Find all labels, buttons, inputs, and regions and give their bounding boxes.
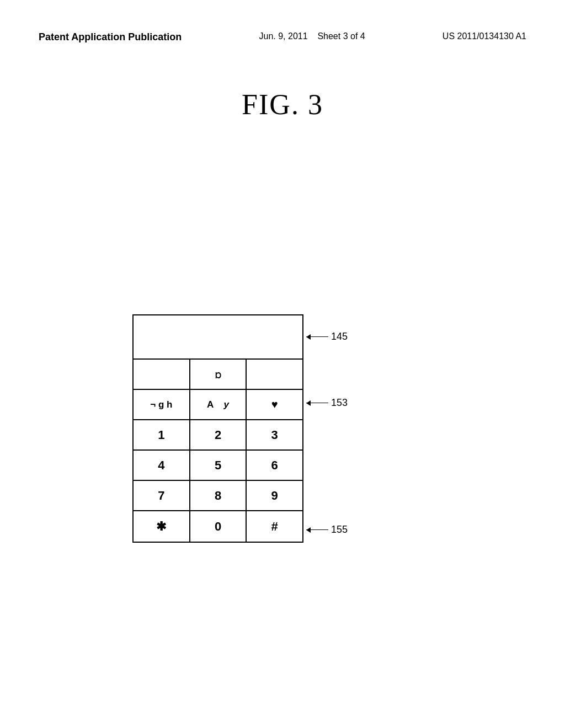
special-cell-alpha: A y bbox=[190, 390, 247, 419]
key-hash[interactable]: # bbox=[247, 511, 302, 542]
key-2[interactable]: 2 bbox=[190, 420, 247, 449]
label-153-text: 153 bbox=[331, 397, 348, 409]
special-cell-korean: ¬ g h bbox=[134, 390, 190, 419]
label-155: 155 bbox=[306, 524, 348, 536]
key-0[interactable]: 0 bbox=[190, 511, 247, 542]
label-145: 145 bbox=[306, 331, 348, 342]
header-center: Jun. 9, 2011 Sheet 3 of 4 bbox=[259, 30, 365, 42]
key-6[interactable]: 6 bbox=[247, 451, 302, 480]
header-right: US 2011/0134130 A1 bbox=[443, 30, 526, 42]
num-row-1: 1 2 3 bbox=[134, 420, 302, 451]
alpha-chars: A y bbox=[207, 399, 229, 410]
key-7[interactable]: 7 bbox=[134, 481, 190, 510]
label-153: 153 bbox=[306, 397, 348, 409]
key-5[interactable]: 5 bbox=[190, 451, 247, 480]
num-row-2: 4 5 6 bbox=[134, 451, 302, 481]
special-cell-heart: ♥ bbox=[247, 390, 302, 419]
heart-icon: ♥ bbox=[271, 398, 278, 411]
key-4[interactable]: 4 bbox=[134, 451, 190, 480]
date-label: Jun. 9, 2011 bbox=[259, 31, 308, 41]
key-1[interactable]: 1 bbox=[134, 420, 190, 449]
key-9[interactable]: 9 bbox=[247, 481, 302, 510]
special-row: ¬ g h A y ♥ bbox=[134, 390, 302, 420]
num-row-3: 7 8 9 bbox=[134, 481, 302, 511]
mode-symbol: ɒ bbox=[215, 368, 222, 381]
figure-title: FIG. 3 bbox=[0, 88, 565, 121]
capital-a: A bbox=[207, 399, 214, 410]
diagram-container: 145 153 155 ɒ bbox=[132, 314, 353, 543]
key-3[interactable]: 3 bbox=[247, 420, 302, 449]
sheet-label: Sheet 3 of 4 bbox=[317, 31, 365, 41]
mode-cell-right bbox=[247, 360, 302, 389]
mode-cell-center: ɒ bbox=[190, 360, 247, 389]
patent-publication-label: Patent Application Publication bbox=[39, 31, 182, 42]
header-left: Patent Application Publication bbox=[39, 30, 182, 44]
key-8[interactable]: 8 bbox=[190, 481, 247, 510]
display-area bbox=[134, 315, 302, 360]
keyboard-diagram: ɒ ¬ g h A y ♥ 1 bbox=[132, 314, 303, 543]
num-row-4: ✱ 0 # bbox=[134, 511, 302, 542]
label-155-text: 155 bbox=[331, 524, 348, 536]
korean-chars: ¬ g h bbox=[150, 399, 172, 410]
publication-number: US 2011/0134130 A1 bbox=[443, 31, 526, 41]
italic-y: y bbox=[224, 399, 229, 410]
key-star[interactable]: ✱ bbox=[134, 511, 190, 542]
label-145-text: 145 bbox=[331, 331, 348, 342]
keyboard-wrapper: 145 153 155 ɒ bbox=[132, 314, 303, 543]
page-header: Patent Application Publication Jun. 9, 2… bbox=[0, 0, 565, 44]
arrow-145 bbox=[306, 336, 328, 337]
mode-cell-left bbox=[134, 360, 190, 389]
arrow-153 bbox=[306, 403, 328, 403]
mode-row: ɒ bbox=[134, 360, 302, 390]
arrow-155 bbox=[306, 529, 328, 530]
